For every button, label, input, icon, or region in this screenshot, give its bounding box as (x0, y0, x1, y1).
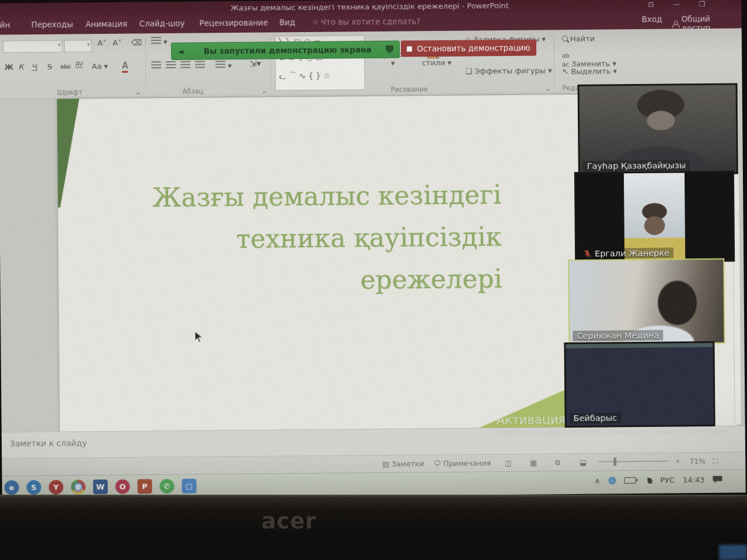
paragraph-dialog-launcher-icon[interactable]: ⌐ (263, 90, 267, 96)
notification-center-icon[interactable] (713, 476, 722, 484)
person-icon (672, 20, 678, 26)
taskbar-zoom-icon[interactable]: ▢ (181, 479, 196, 494)
italic-button[interactable]: К (18, 62, 23, 71)
shape-effects-button[interactable]: ❏ Эффекты фигуры ▾ (465, 66, 551, 75)
tab-view[interactable]: Вид (280, 18, 296, 27)
tell-me-box[interactable]: ⌾Что вы хотите сделать? (313, 16, 421, 27)
taskbar-whatsapp-icon[interactable]: ✆ (159, 479, 174, 494)
participant-tile-2[interactable]: Ергали Жанерке (574, 171, 735, 263)
tab-review[interactable]: Рецензирование (200, 18, 268, 28)
zoom-in-button[interactable]: ＋ (674, 456, 682, 466)
replace-button[interactable]: abac Заменить ▾ (562, 50, 616, 68)
paragraph-group-label: Абзац (183, 88, 204, 96)
normal-view-icon[interactable]: ◫ (505, 459, 512, 467)
participant-name: Гауһар Қазақбайқызы (583, 160, 690, 172)
find-button[interactable]: Найти (562, 34, 595, 43)
fit-to-window-icon[interactable]: ⛶ (713, 457, 718, 466)
language-indicator[interactable]: РУС (660, 475, 675, 484)
security-shield-icon[interactable] (386, 46, 393, 54)
font-size-combo[interactable] (64, 40, 92, 52)
banner-back-arrow-icon[interactable]: ◄ (177, 47, 184, 56)
editing-group-label: Реда (563, 84, 580, 92)
laptop-bezel: acer (0, 495, 747, 560)
slide-title-text[interactable]: Жазғы демалыс кезіндегі техника қауіпсіз… (134, 174, 502, 303)
comments-toggle[interactable]: 🗩 Примечания (434, 459, 491, 468)
align-left-button[interactable] (151, 61, 161, 71)
participant-tile-1[interactable]: Гауһар Қазақбайқызы (578, 83, 738, 176)
clear-formatting-icon[interactable]: ⌫ (131, 38, 142, 47)
tray-network-icon[interactable] (608, 477, 616, 484)
shrink-font-button[interactable]: A˅ (113, 38, 122, 47)
taskbar-yandex-icon[interactable]: Y (48, 480, 63, 495)
laptop-screen: Жазғы демалыс кезіндегі техника қауіпсіз… (0, 0, 746, 499)
window-title: Жазғы демалыс кезіндегі техника қауіпсіз… (231, 1, 509, 12)
underline-button[interactable]: Ч (32, 62, 37, 71)
tray-chevron-icon[interactable]: ∧ (595, 477, 601, 485)
zoom-slider-thumb[interactable] (613, 457, 616, 466)
share-banner-message: Вы запустили демонстрацию экрана (189, 45, 386, 56)
font-dialog-launcher-icon[interactable]: ⌐ (137, 90, 141, 96)
font-name-combo[interactable] (3, 40, 62, 53)
grow-font-button[interactable]: A˄ (97, 38, 107, 47)
shapes-row-curves-icon[interactable]: ᓚ⌒∿{}☆ (279, 71, 333, 82)
character-spacing-button[interactable]: AV (75, 61, 83, 68)
reflection-blue-patch (719, 545, 747, 560)
tab-slideshow[interactable]: Слайд-шоу (139, 19, 185, 29)
strikethrough-button[interactable]: S (47, 62, 52, 71)
participant-tile-3[interactable]: Сериюкан Медина (568, 258, 725, 345)
battery-icon[interactable] (624, 477, 636, 484)
drawing-dialog-launcher-icon[interactable]: ⌐ (546, 87, 551, 93)
restore-icon[interactable]: ❐ (699, 0, 706, 11)
taskbar-powerpoint-icon[interactable]: P (137, 479, 152, 494)
taskbar-skype-icon[interactable]: S (26, 480, 41, 495)
align-right-button[interactable] (180, 61, 190, 71)
participant-name: Сериюкан Медина (573, 330, 663, 341)
tab-design-cut[interactable]: йн (0, 20, 10, 29)
bold-button[interactable]: Ж (4, 62, 13, 71)
sign-in-button[interactable]: Вход (642, 15, 662, 24)
system-tray: ∧ РУС 14:43 (595, 475, 722, 485)
taskbar-opera-icon[interactable]: O (115, 480, 130, 494)
mouse-cursor-icon (194, 331, 204, 343)
align-center-button[interactable] (166, 61, 176, 71)
participant-tile-4[interactable]: Бейбарыс (564, 341, 715, 428)
taskbar-edge-icon[interactable]: e (4, 480, 19, 495)
tray-clock[interactable]: 14:43 (683, 475, 705, 484)
lightbulb-icon: ⌾ (313, 18, 318, 27)
ribbon-options-icon[interactable]: ⊡ (648, 0, 654, 12)
select-button[interactable]: ↖ Выделить ▾ (562, 66, 617, 76)
bullets-button[interactable]: ▾ (151, 37, 167, 46)
justify-button[interactable] (195, 61, 205, 70)
slideshow-view-icon[interactable]: ⬓ (580, 458, 587, 467)
reading-view-icon[interactable]: ⧉ (555, 458, 560, 467)
tab-transitions[interactable]: Переходы (32, 19, 74, 29)
mic-muted-icon (584, 249, 591, 258)
shadow-button[interactable]: abc (60, 63, 71, 69)
screen-share-banner: ◄ Вы запустили демонстрацию экрана (171, 41, 400, 60)
stop-share-button[interactable]: Остановить демонстрацию (401, 40, 536, 57)
notes-toggle[interactable]: ▤ Заметки (382, 459, 424, 468)
taskbar-chrome-icon[interactable] (71, 480, 85, 494)
font-color-button[interactable]: А (122, 61, 128, 73)
participant-name-row: Ергали Жанерке (580, 247, 673, 258)
laptop-photo: Жазғы демалыс кезіндегі техника қауіпсіз… (0, 0, 747, 560)
slide-decor-left-wedge (57, 99, 81, 207)
wifi-icon[interactable] (644, 477, 652, 483)
acer-logo: acer (261, 509, 316, 534)
drawing-group-label: Рисование (391, 85, 428, 94)
participant-name: Бейбарыс (569, 412, 621, 424)
search-icon (562, 36, 568, 41)
slide-sorter-view-icon[interactable]: ▦ (530, 459, 537, 467)
stop-icon (407, 46, 412, 51)
minimize-icon[interactable]: — (673, 0, 680, 11)
smartart-convert-button[interactable]: ⇲▾ (249, 58, 261, 69)
font-group-label: Шрифт (57, 88, 83, 96)
tab-animations[interactable]: Анимация (86, 19, 128, 29)
zoom-percentage[interactable]: 71% (689, 457, 706, 466)
notes-placeholder: Заметки к слайду (10, 438, 87, 448)
taskbar-word-icon[interactable]: W (93, 480, 107, 494)
change-case-button[interactable]: Aa ▾ (92, 62, 108, 71)
zoom-slider-track[interactable] (598, 461, 668, 463)
columns-button[interactable]: ▾ (215, 61, 232, 70)
